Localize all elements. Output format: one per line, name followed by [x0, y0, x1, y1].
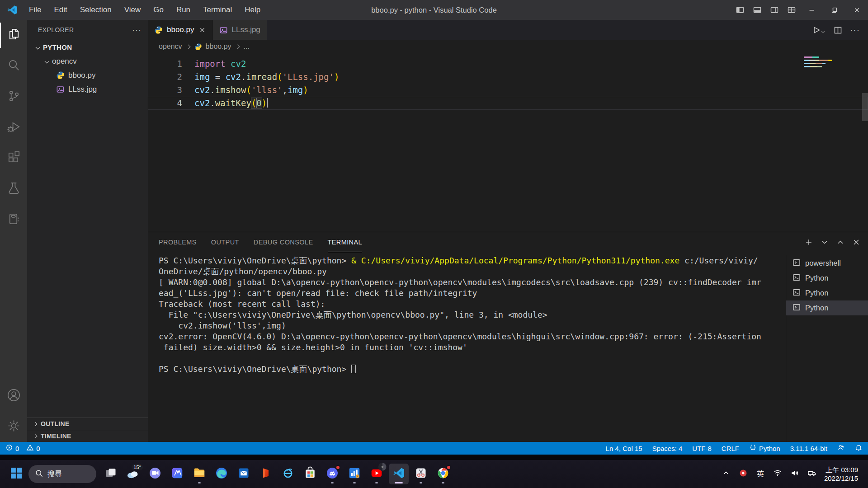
file-item-llss-jpg[interactable]: LLss.jpg — [27, 82, 148, 96]
activity-bar-search[interactable] — [0, 51, 27, 81]
taskbar-file-explorer[interactable] — [189, 464, 209, 484]
panel-tab-output[interactable]: OUTPUT — [211, 232, 239, 252]
tray-volume[interactable] — [787, 465, 802, 483]
taskbar-youtube[interactable] — [367, 464, 387, 484]
close-panel-icon[interactable] — [852, 238, 861, 247]
run-python-file-button[interactable] — [811, 25, 826, 35]
minimize-button[interactable] — [800, 0, 823, 20]
taskbar-task-view[interactable] — [101, 464, 121, 484]
menu-item-help[interactable]: Help — [240, 4, 265, 16]
status-3-11-1-64-bit[interactable]: 3.11.1 64-bit — [790, 445, 827, 452]
code-line-2[interactable]: 2img = cv2.imread('LLss.jpg') — [148, 70, 868, 84]
terminal-session-python-2[interactable]: Python — [786, 286, 868, 300]
section-outline[interactable]: OUTLINE — [27, 418, 148, 430]
menu-item-edit[interactable]: Edit — [49, 4, 71, 16]
taskbar-snipping-tool[interactable] — [411, 464, 431, 484]
status-warning[interactable]: 0 — [26, 444, 40, 453]
file-item-bboo-py[interactable]: bboo.py — [27, 68, 148, 82]
maximize-button[interactable] — [823, 0, 845, 20]
status-bell[interactable] — [855, 444, 863, 453]
activity-bar-extensions[interactable] — [0, 143, 27, 174]
code-line-4[interactable]: 4cv2.waitKey(0) — [148, 97, 868, 110]
menu-item-terminal[interactable]: Terminal — [198, 4, 236, 16]
taskbar-widgets[interactable]: 15° — [123, 464, 143, 484]
activity-bar-source-control[interactable] — [0, 81, 27, 112]
status-spaces-4[interactable]: Spaces: 4 — [652, 445, 683, 452]
code-line-3[interactable]: 3cv2.imshow('llss',img) — [148, 84, 868, 97]
feedback-icon — [837, 444, 845, 453]
tray-language[interactable]: 英 — [753, 465, 768, 483]
panel-tab-debug-console[interactable]: DEBUG CONSOLE — [254, 232, 313, 252]
activity-bar-settings[interactable] — [0, 411, 27, 442]
taskbar-store[interactable] — [300, 464, 320, 484]
menu-item-file[interactable]: File — [24, 4, 46, 16]
activity-bar-notebook[interactable] — [0, 204, 27, 235]
taskbar-discord[interactable] — [322, 464, 342, 484]
tray-wifi[interactable] — [770, 465, 785, 483]
activity-bar-explorer[interactable] — [0, 20, 27, 51]
activity-bar-testing[interactable] — [0, 174, 27, 204]
taskbar-vscode[interactable] — [389, 464, 409, 484]
minimap[interactable] — [804, 56, 839, 84]
panel-tab-terminal[interactable]: TERMINAL — [328, 232, 363, 252]
split-editor-icon[interactable] — [833, 25, 843, 35]
close-button[interactable] — [845, 0, 868, 20]
status-crlf[interactable]: CRLF — [722, 445, 739, 452]
folder-opencv[interactable]: opencv — [27, 54, 148, 68]
status-ln-4-col-15[interactable]: Ln 4, Col 15 — [606, 445, 642, 452]
status-python[interactable]: Python — [749, 444, 780, 453]
panel-tab-problems[interactable]: PROBLEMS — [159, 232, 197, 252]
tab-bboo-py[interactable]: bboo.py — [148, 20, 213, 40]
taskbar-app-m[interactable] — [167, 464, 187, 484]
taskbar-edge[interactable] — [212, 464, 231, 484]
taskbar-chrome[interactable] — [433, 464, 453, 484]
taskbar-internet-explorer[interactable] — [278, 464, 298, 484]
workspace-root-python[interactable]: PYTHON — [27, 40, 148, 54]
tray-chevron-up[interactable] — [718, 465, 734, 483]
taskbar-office[interactable] — [256, 464, 276, 484]
terminal-session-python-1[interactable]: Python — [786, 271, 868, 286]
vscode-window: FileEditSelectionViewGoRunTerminalHelp b… — [0, 0, 868, 455]
taskbar-start[interactable] — [6, 464, 26, 484]
editor-scrollbar[interactable] — [862, 93, 868, 121]
toggle-panel-icon[interactable] — [749, 0, 766, 20]
toggle-sidebar-left-icon[interactable] — [731, 0, 749, 20]
new-terminal-icon[interactable] — [804, 238, 813, 247]
activity-bar-accounts[interactable] — [0, 380, 27, 411]
status-error-circle[interactable]: 0 — [5, 444, 19, 453]
section-timeline[interactable]: TIMELINE — [27, 430, 148, 442]
menu-item-run[interactable]: Run — [172, 4, 195, 16]
terminal-session-powershell-0[interactable]: powershell — [786, 256, 868, 271]
editor-more-actions[interactable]: ··· — [850, 25, 860, 35]
terminal-session-python-3[interactable]: Python — [786, 300, 868, 315]
taskbar-mail[interactable] — [234, 464, 254, 484]
menu-item-view[interactable]: View — [120, 4, 146, 16]
status-feedback[interactable] — [837, 444, 845, 453]
terminal-dropdown-icon[interactable] — [820, 238, 829, 247]
taskbar-search[interactable]: 搜尋 — [28, 465, 96, 483]
breadcrumb-item--[interactable]: ... — [244, 42, 250, 51]
breadcrumb-item-bboo-py[interactable]: bboo.py — [194, 42, 231, 51]
code-line-1[interactable]: 1import cv2 — [148, 57, 868, 70]
tray-security[interactable] — [736, 465, 751, 483]
panel-header: PROBLEMSOUTPUTDEBUG CONSOLETERMINAL — [148, 232, 868, 252]
status-utf-8[interactable]: UTF-8 — [692, 445, 712, 452]
tab-llss-jpg[interactable]: LLss.jpg — [213, 20, 267, 40]
explorer-more-actions[interactable]: ··· — [132, 25, 142, 35]
breadcrumb-item-opencv[interactable]: opencv — [159, 42, 182, 51]
maximize-panel-icon[interactable] — [836, 238, 845, 247]
code-editor[interactable]: 1import cv22img = cv2.imread('LLss.jpg')… — [148, 53, 868, 232]
taskbar-stats-app[interactable] — [344, 464, 364, 484]
activity-bar-run-debug[interactable] — [0, 112, 27, 143]
tray-device[interactable] — [804, 465, 820, 483]
customize-layout-icon[interactable] — [783, 0, 800, 20]
menu-item-selection[interactable]: Selection — [75, 4, 116, 16]
terminal-output[interactable]: PS C:\Users\viviy\OneDrive\桌面\python> & … — [148, 252, 786, 442]
breadcrumb-label: ... — [244, 42, 250, 51]
close-tab-icon[interactable] — [198, 26, 206, 34]
menu-item-go[interactable]: Go — [149, 4, 168, 16]
toggle-sidebar-right-icon[interactable] — [766, 0, 783, 20]
run-dropdown-chevron-icon[interactable] — [820, 27, 826, 33]
taskbar-chat[interactable] — [145, 464, 165, 484]
taskbar-clock[interactable]: 上午 03:09 2022/12/15 — [824, 465, 862, 483]
